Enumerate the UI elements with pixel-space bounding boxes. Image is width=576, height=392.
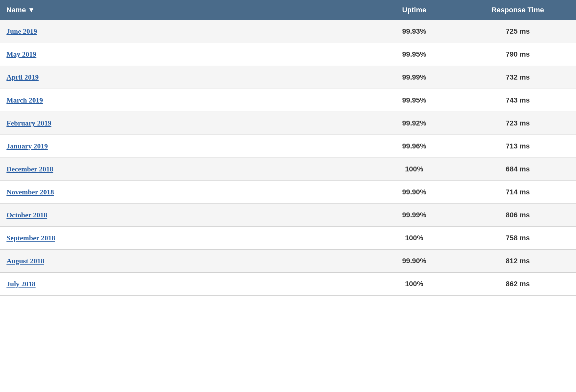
row-uptime: 99.95% (362, 96, 466, 104)
row-response-time: 758 ms (466, 234, 570, 242)
table-row: June 201999.93%725 ms (0, 20, 576, 43)
row-uptime: 99.92% (362, 119, 466, 127)
row-response-time: 725 ms (466, 27, 570, 36)
row-uptime: 99.96% (362, 142, 466, 150)
row-response-time: 684 ms (466, 165, 570, 173)
row-uptime: 100% (362, 280, 466, 288)
row-response-time: 713 ms (466, 142, 570, 150)
row-name-link[interactable]: January 2019 (6, 142, 362, 150)
response-column-header: Response Time (466, 6, 570, 14)
row-response-time: 714 ms (466, 188, 570, 196)
table-row: January 201999.96%713 ms (0, 135, 576, 158)
row-name-link[interactable]: March 2019 (6, 96, 362, 104)
row-uptime: 99.99% (362, 73, 466, 82)
row-name-link[interactable]: June 2019 (6, 27, 362, 36)
table-row: November 201899.90%714 ms (0, 181, 576, 204)
name-column-header[interactable]: Name ▼ (6, 6, 362, 14)
row-response-time: 806 ms (466, 211, 570, 219)
row-name-link[interactable]: August 2018 (6, 257, 362, 265)
table-row: February 201999.92%723 ms (0, 112, 576, 135)
uptime-column-header: Uptime (362, 6, 466, 14)
table-row: April 201999.99%732 ms (0, 66, 576, 89)
row-name-link[interactable]: December 2018 (6, 165, 362, 173)
table-row: May 201999.95%790 ms (0, 43, 576, 66)
row-name-link[interactable]: May 2019 (6, 50, 362, 59)
row-uptime: 100% (362, 165, 466, 173)
row-name-link[interactable]: April 2019 (6, 73, 362, 82)
row-uptime: 99.93% (362, 27, 466, 36)
table-row: August 201899.90%812 ms (0, 250, 576, 273)
row-response-time: 723 ms (466, 119, 570, 127)
table-body: June 201999.93%725 msMay 201999.95%790 m… (0, 20, 576, 296)
table-row: September 2018100%758 ms (0, 227, 576, 250)
row-response-time: 743 ms (466, 96, 570, 104)
row-uptime: 99.90% (362, 188, 466, 196)
uptime-table: Name ▼ Uptime Response Time June 201999.… (0, 0, 576, 296)
table-header: Name ▼ Uptime Response Time (0, 0, 576, 20)
table-row: March 201999.95%743 ms (0, 89, 576, 112)
row-name-link[interactable]: October 2018 (6, 211, 362, 219)
row-response-time: 732 ms (466, 73, 570, 82)
row-name-link[interactable]: September 2018 (6, 234, 362, 242)
table-row: October 201899.99%806 ms (0, 204, 576, 227)
row-response-time: 812 ms (466, 257, 570, 265)
table-row: July 2018100%862 ms (0, 273, 576, 296)
row-name-link[interactable]: February 2019 (6, 119, 362, 127)
row-uptime: 99.99% (362, 211, 466, 219)
row-uptime: 99.95% (362, 50, 466, 59)
row-response-time: 790 ms (466, 50, 570, 59)
table-row: December 2018100%684 ms (0, 158, 576, 181)
row-uptime: 99.90% (362, 257, 466, 265)
row-uptime: 100% (362, 234, 466, 242)
row-response-time: 862 ms (466, 280, 570, 288)
row-name-link[interactable]: July 2018 (6, 280, 362, 288)
row-name-link[interactable]: November 2018 (6, 188, 362, 196)
